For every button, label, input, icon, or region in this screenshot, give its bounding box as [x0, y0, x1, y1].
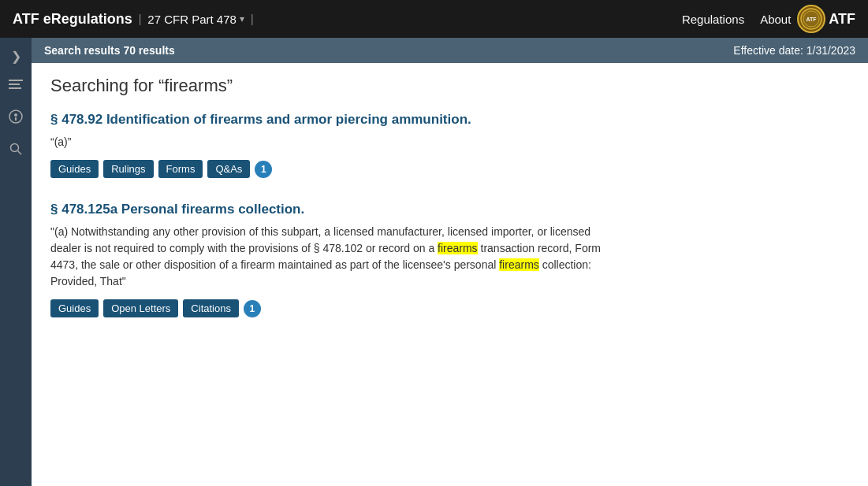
tag-forms-1[interactable]: Forms: [158, 160, 203, 178]
sidebar-definitions-icon[interactable]: [0, 105, 32, 132]
result-section-1: § 478.92 Identification of firearms and …: [50, 112, 612, 178]
navbar-brand[interactable]: ATF eRegulations: [13, 11, 132, 28]
cfr-label: 27 CFR Part 478: [147, 13, 237, 26]
tag-guides-2[interactable]: Guides: [50, 299, 99, 317]
content-inner: Searching for “firearms” § 478.92 Identi…: [32, 63, 631, 354]
result-2-tags-row: Guides Open Letters Citations 1: [50, 299, 612, 317]
layout: ❯ Search results 70 results: [0, 38, 868, 486]
sidebar: ❯: [0, 38, 32, 486]
result-1-title[interactable]: § 478.92 Identification of firearms and …: [50, 112, 612, 128]
navbar-cfr: 27 CFR Part 478 ▾: [147, 13, 244, 26]
effective-date: Effective date: 1/31/2023: [733, 44, 855, 57]
sidebar-search-icon[interactable]: [0, 138, 32, 163]
result-1-excerpt: “(a)”: [50, 134, 612, 150]
svg-point-7: [14, 113, 17, 117]
cfr-dropdown-arrow[interactable]: ▾: [240, 13, 244, 24]
excerpt-highlight-1: firearms: [438, 242, 478, 254]
result-2-badge: 1: [244, 300, 261, 317]
search-heading-text: Searching for “firearms”: [50, 76, 233, 95]
tag-citations-2[interactable]: Citations: [183, 299, 239, 317]
atf-logo-text: ATF: [829, 11, 855, 28]
result-section-2: § 478.125a Personal firearms collection.…: [50, 202, 612, 317]
search-results-bar: Search results 70 results Effective date…: [32, 38, 868, 63]
result-2-excerpt: "(a) Notwithstanding any other provision…: [50, 224, 612, 290]
svg-rect-5: [9, 87, 21, 89]
svg-point-9: [11, 144, 19, 152]
search-results-count: Search results 70 results: [44, 44, 175, 57]
svg-text:ATF: ATF: [807, 17, 818, 22]
main-content: Search results 70 results Effective date…: [32, 38, 868, 486]
tag-open-letters-2[interactable]: Open Letters: [103, 299, 178, 317]
navbar-links: Regulations About: [682, 13, 791, 26]
navbar: ATF eRegulations | 27 CFR Part 478 ▾ | R…: [0, 0, 868, 38]
svg-rect-3: [9, 80, 23, 81]
svg-line-10: [18, 151, 22, 155]
svg-rect-8: [15, 117, 17, 121]
sidebar-toc-icon[interactable]: [0, 75, 32, 98]
regulations-link[interactable]: Regulations: [682, 13, 744, 26]
result-2-title[interactable]: § 478.125a Personal firearms collection.: [50, 202, 612, 217]
sidebar-toggle-icon[interactable]: ❯: [0, 44, 32, 69]
excerpt-highlight-2: firearms: [499, 258, 539, 271]
result-1-tags-row: Guides Rulings Forms Q&As 1: [50, 160, 612, 178]
tag-guides-1[interactable]: Guides: [50, 160, 99, 178]
about-link[interactable]: About: [760, 13, 791, 26]
navbar-divider-1: |: [139, 13, 142, 25]
search-heading: Searching for “firearms”: [50, 76, 612, 96]
navbar-divider-2: |: [251, 13, 254, 25]
result-1-badge: 1: [255, 161, 272, 178]
atf-seal-icon: ATF: [797, 5, 825, 33]
tag-rulings-1[interactable]: Rulings: [103, 160, 153, 178]
tag-qas-1[interactable]: Q&As: [207, 160, 250, 178]
svg-rect-4: [9, 83, 20, 85]
